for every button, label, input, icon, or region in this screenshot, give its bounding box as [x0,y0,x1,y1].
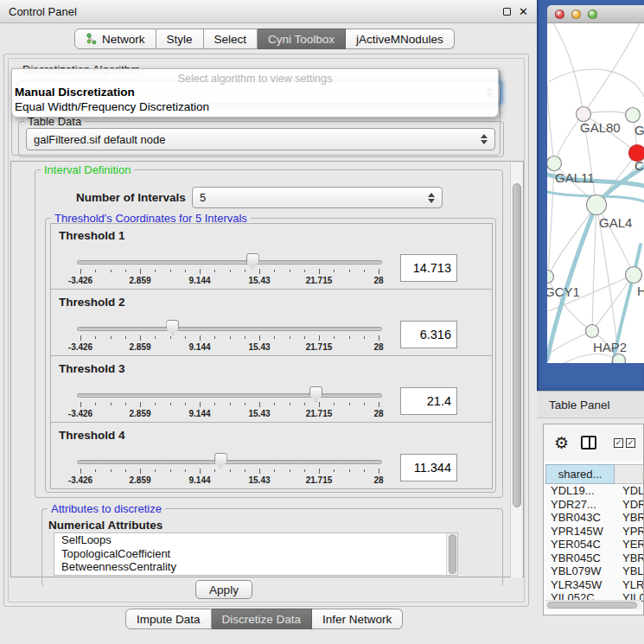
dropdown-item-equal-width[interactable]: Equal Width/Frequency Discretization [12,99,498,114]
table-row[interactable]: YBL079WYBL0 [545,564,644,578]
slider-thumb[interactable] [309,386,322,402]
cell-name[interactable]: YPR1 [615,525,644,539]
tab-jactivemnodules[interactable]: jActiveMNodules [346,29,455,49]
tab-discretize-data[interactable]: Discretize Data [212,609,313,629]
threshold-slider[interactable]: -3.4262.8599.14415.4321.71528 [75,424,384,489]
vertical-scrollbar[interactable] [510,163,522,577]
network-node-h[interactable] [626,267,642,284]
cell-shared-name[interactable]: YBL079W [545,564,615,578]
threshold-value-field[interactable]: 11.344 [400,454,457,481]
slider-thumb[interactable] [246,253,259,269]
table-row[interactable]: YER054CYER0 [545,538,644,552]
network-node-gcy1[interactable] [547,271,554,284]
cell-shared-name[interactable]: YBR045C [545,552,615,565]
gear-icon[interactable]: ⚙ [554,435,569,451]
cell-shared-name[interactable]: YPR145W [545,525,615,539]
tab-style[interactable]: Style [156,29,204,49]
threshold-value-field[interactable]: 21.4 [400,387,457,415]
cell-name[interactable]: YER0 [615,538,644,552]
tick-major [319,269,320,274]
table-row[interactable]: YPR145WYPR1 [545,525,644,539]
float-window-icon[interactable] [503,8,511,16]
tab-network[interactable]: Network [74,29,156,49]
cell-shared-name[interactable]: YDR27... [545,498,615,512]
attribute-list-item[interactable]: BetweennessCentrality [54,560,457,574]
cell-shared-name[interactable]: YLR345W [545,578,615,592]
threshold-slider[interactable]: -3.4262.8599.14415.4321.71528 [75,224,384,290]
column-header-shared-name[interactable]: shared... [545,464,615,484]
cell-name[interactable]: YBL0 [615,564,644,578]
cell-name[interactable]: YLR3 [615,578,644,592]
slider-track[interactable] [77,460,382,464]
num-intervals-label: Number of Intervals [76,191,186,204]
table-row[interactable]: YBR043CYBR0 [545,511,644,525]
network-node-gal11[interactable] [547,156,562,171]
num-intervals-combobox[interactable]: 5 [192,187,443,208]
threshold-slider[interactable]: -3.4262.8599.14415.4321.71528 [75,290,384,356]
table-data-combobox[interactable]: galFiltered.sif default node [26,128,495,150]
cell-shared-name[interactable]: YBR043C [545,511,615,525]
slider-thumb[interactable] [166,320,179,335]
cell-shared-name[interactable]: YDL19... [545,484,615,498]
algorithm-dropdown-popup: Select algorithm to view settings Manual… [11,68,499,118]
scrollbar-thumb[interactable] [513,183,521,507]
network-node-gal4[interactable] [587,195,607,215]
close-icon[interactable]: ✕ [519,6,528,17]
tick-minor [364,469,365,472]
dropdown-hint-item[interactable]: Select algorithm to view settings [12,69,498,85]
split-view-icon[interactable] [581,436,596,450]
tick-minor [304,270,305,272]
network-node-hap2[interactable] [586,325,599,338]
checkbox-icon[interactable]: ✓ [626,438,635,448]
tab-impute-data[interactable]: Impute Data [125,609,212,629]
network-edge[interactable] [548,354,619,363]
zoom-light[interactable] [588,10,597,19]
table-row[interactable]: YDL19...YDL1 [545,484,644,498]
cell-name[interactable]: YDR2 [615,498,644,512]
tick-label: 28 [373,475,383,485]
threshold-value-field[interactable]: 14.713 [400,254,457,282]
threshold-slider[interactable]: -3.4262.8599.14415.4321.71528 [75,357,384,423]
close-light[interactable] [555,10,564,19]
scrollbar-thumb[interactable] [449,534,456,574]
tick-minor [111,270,112,272]
checkbox-icon[interactable]: ✓ [614,438,623,448]
dropdown-item-manual[interactable]: Manual Discretization [12,85,498,99]
network-edge[interactable] [548,69,644,97]
network-edge[interactable] [554,114,583,163]
scrollbar-thumb[interactable] [547,602,637,609]
threshold-value-field[interactable]: 6.316 [400,321,457,348]
slider-track[interactable] [77,260,382,265]
cell-name[interactable]: YBR0 [615,511,644,525]
network-edge[interactable] [553,23,583,114]
tick-minor [334,469,335,472]
table-row[interactable]: YBR045CYBR0 [545,552,644,565]
network-node-gal80[interactable] [577,107,591,122]
network-window-titlebar[interactable] [547,5,644,23]
attribute-list-item[interactable]: TopologicalCoefficient [54,547,457,561]
network-edge[interactable] [592,205,596,331]
tab-infer-network[interactable]: Infer Network [312,609,403,629]
minimize-light[interactable] [571,10,581,19]
slider-track[interactable] [77,393,382,398]
slider-track[interactable] [77,327,382,331]
network-edge[interactable] [548,163,554,277]
network-node-g[interactable] [626,108,641,123]
horizontal-scrollbar[interactable] [545,600,641,609]
cell-name[interactable]: YDL1 [615,484,644,498]
slider-thumb[interactable] [214,453,227,469]
network-canvas[interactable]: GAL80GCGAL11GAL4GCY1HHAP2 [547,23,644,363]
numerical-attributes-list[interactable]: SelfLoopsTopologicalCoefficientBetweenne… [54,532,458,576]
attribute-list-item[interactable]: SelfLoops [54,533,457,547]
network-edge[interactable] [547,85,554,163]
list-scrollbar[interactable] [446,533,457,575]
network-node[interactable] [613,354,626,364]
apply-button[interactable]: Apply [195,580,252,599]
tab-cyni-toolbox[interactable]: Cyni Toolbox [258,29,346,49]
column-header-name[interactable]: na [615,464,644,484]
table-row[interactable]: YLR345WYLR3 [545,578,644,592]
tab-select[interactable]: Select [204,29,258,49]
cell-shared-name[interactable]: YER054C [545,538,615,552]
cell-name[interactable]: YBR0 [615,552,644,565]
table-row[interactable]: YDR27...YDR2 [545,498,644,512]
